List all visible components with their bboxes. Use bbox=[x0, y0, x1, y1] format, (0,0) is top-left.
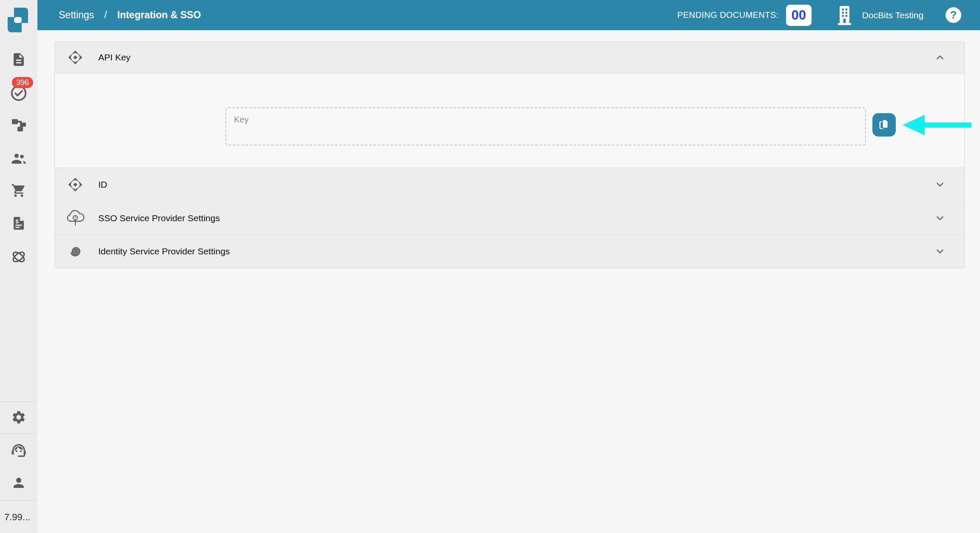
sidebar-divider bbox=[0, 402, 37, 402]
users-icon bbox=[10, 150, 27, 167]
pending-documents-label: PENDING DOCUMENTS: bbox=[677, 10, 778, 20]
app-version: 7.99... bbox=[4, 512, 30, 523]
chevron-down-icon bbox=[934, 213, 946, 224]
fingerprint-icon bbox=[66, 241, 85, 262]
api-icon bbox=[66, 174, 85, 195]
sidebar-item-users[interactable] bbox=[0, 150, 37, 167]
integration-sso-panel: API Key Key bbox=[54, 41, 965, 268]
sidebar-item-purchase-orders[interactable] bbox=[0, 183, 37, 198]
breadcrumb-settings[interactable]: Settings bbox=[59, 9, 94, 21]
accordion-label: API Key bbox=[98, 52, 131, 63]
breadcrumb-page-title: Integration & SSO bbox=[117, 9, 201, 21]
chevron-down-icon bbox=[934, 246, 946, 257]
cart-icon bbox=[11, 183, 26, 198]
org-chart-icon bbox=[11, 117, 26, 133]
sidebar-item-invoices[interactable]: $ bbox=[0, 216, 37, 231]
invoice-icon: $ bbox=[11, 216, 26, 231]
document-icon bbox=[11, 52, 26, 67]
sidebar-divider bbox=[0, 500, 37, 501]
accordion-label: ID bbox=[98, 180, 107, 190]
help-button[interactable]: ? bbox=[946, 7, 961, 23]
pending-approvals-badge: 396 bbox=[12, 77, 33, 88]
annotation-arrow-left-icon bbox=[903, 113, 971, 137]
headset-icon bbox=[10, 442, 27, 459]
accordion-header-id[interactable]: ID bbox=[55, 168, 964, 201]
accordion-header-sso[interactable]: SSO Service Provider Settings bbox=[55, 201, 964, 234]
sidebar-item-documents[interactable] bbox=[0, 52, 37, 67]
copy-api-key-button[interactable] bbox=[872, 113, 896, 137]
docbits-logo[interactable] bbox=[8, 8, 28, 32]
chevron-up-icon bbox=[934, 52, 946, 63]
organization-name[interactable]: DocBits Testing bbox=[862, 10, 923, 20]
accordion-header-identity[interactable]: Identity Service Provider Settings bbox=[55, 234, 964, 268]
sidebar-item-integrations[interactable] bbox=[0, 248, 37, 265]
accordion-label: Identity Service Provider Settings bbox=[98, 246, 230, 257]
top-bar: Settings / Integration & SSO PENDING DOC… bbox=[37, 0, 980, 30]
sidebar-item-support[interactable] bbox=[0, 442, 37, 459]
api-key-field-label: Key bbox=[234, 115, 248, 125]
breadcrumb: Settings / Integration & SSO bbox=[59, 9, 201, 21]
copy-icon bbox=[878, 118, 891, 132]
orbit-icon bbox=[10, 248, 27, 265]
gear-icon bbox=[11, 410, 26, 425]
sidebar-item-profile[interactable] bbox=[0, 475, 37, 490]
accordion-label: SSO Service Provider Settings bbox=[98, 213, 220, 223]
sidebar-item-settings[interactable] bbox=[0, 410, 37, 425]
sidebar-item-org-chart[interactable] bbox=[0, 117, 37, 133]
person-icon bbox=[11, 475, 26, 490]
sidebar-divider bbox=[0, 433, 37, 434]
accordion-header-api-key[interactable]: API Key bbox=[55, 42, 964, 73]
cloud-key-icon bbox=[66, 208, 85, 228]
api-key-field[interactable]: Key bbox=[225, 107, 866, 145]
api-key-panel-body: Key bbox=[55, 73, 964, 168]
chevron-down-icon bbox=[934, 179, 946, 190]
svg-text:$: $ bbox=[16, 218, 19, 225]
sidebar: 396 bbox=[0, 0, 37, 533]
breadcrumb-separator: / bbox=[104, 9, 107, 21]
pending-documents-count: 00 bbox=[786, 5, 812, 26]
api-icon bbox=[66, 47, 85, 68]
building-icon bbox=[838, 6, 851, 25]
